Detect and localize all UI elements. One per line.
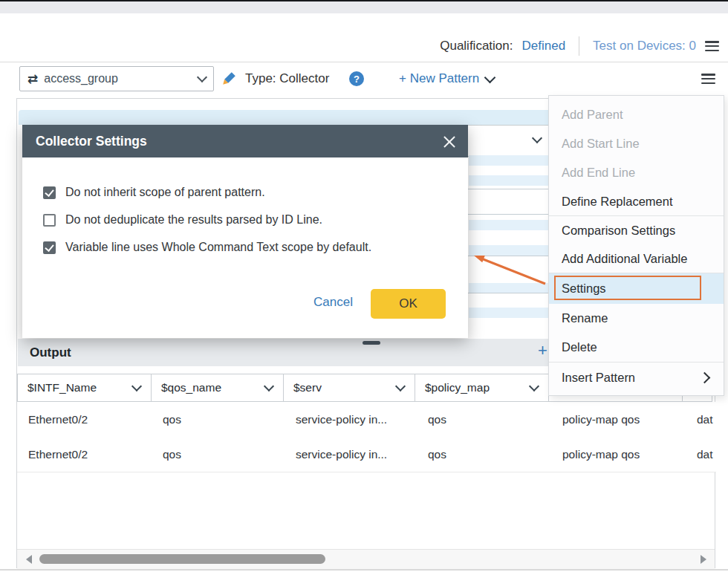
pattern-line-border xyxy=(461,293,550,293)
table-row[interactable]: Ethernet0/2 qos service-policy in... qos… xyxy=(17,437,716,472)
checkbox[interactable] xyxy=(43,241,56,254)
menu-item-add-start-line[interactable]: Add Start Line xyxy=(549,129,724,158)
column-filter-chevron[interactable] xyxy=(131,381,142,391)
pattern-select-dropdown[interactable]: ⇄ access_group xyxy=(19,66,214,91)
checkbox-label: Do not inherit scope of parent pattern. xyxy=(65,186,265,199)
pattern-icon: ⇄ xyxy=(27,73,38,85)
menu-item-delete[interactable]: Delete xyxy=(549,333,724,362)
column-filter-chevron[interactable] xyxy=(529,381,539,391)
header-separator xyxy=(579,36,579,56)
dialog-title: Collector Settings xyxy=(22,134,147,149)
edit-pencil-icon[interactable] xyxy=(221,70,238,86)
column-header[interactable]: $policy_map xyxy=(415,374,549,402)
resize-handle[interactable] xyxy=(363,341,380,345)
close-icon[interactable] xyxy=(443,135,456,148)
column-header[interactable]: $serv xyxy=(283,374,415,402)
background-dropdown[interactable] xyxy=(460,125,550,157)
checkbox-label: Do not deduplicate the results parsed by… xyxy=(65,213,322,227)
pattern-line-stripe xyxy=(469,220,552,230)
help-icon[interactable]: ? xyxy=(349,71,364,86)
column-header[interactable]: $INTF_Name xyxy=(17,374,152,402)
checkbox[interactable] xyxy=(43,186,56,199)
pattern-type-label: Type: Collector xyxy=(245,71,329,86)
chevron-down-icon xyxy=(197,72,207,82)
chevron-down-icon xyxy=(532,133,542,143)
settings-highlight-frame xyxy=(554,276,701,300)
ok-button[interactable]: OK xyxy=(371,289,446,319)
scroll-left-icon[interactable] xyxy=(26,555,32,564)
app-window: Qualification: Defined Test on Devices: … xyxy=(0,0,728,572)
menu-item-add-end-line[interactable]: Add End Line xyxy=(549,158,724,187)
checkbox-row: Do not deduplicate the results parsed by… xyxy=(43,213,322,227)
collector-settings-dialog: Collector Settings Do not inherit scope … xyxy=(22,125,468,338)
checkbox-label: Variable line uses Whole Command Text sc… xyxy=(65,241,371,254)
qualification-label: Qualification: xyxy=(440,39,513,53)
header-divider xyxy=(0,62,728,62)
chevron-down-icon xyxy=(484,71,496,83)
cancel-button[interactable]: Cancel xyxy=(313,295,353,310)
test-on-devices-link[interactable]: Test on Devices: 0 xyxy=(593,39,696,53)
pattern-select-value: access_group xyxy=(44,72,198,85)
qualification-defined-link[interactable]: Defined xyxy=(521,39,565,53)
checkbox-row: Do not inherit scope of parent pattern. xyxy=(43,186,265,199)
submenu-arrow-icon xyxy=(699,371,711,383)
new-pattern-button[interactable]: + New Pattern xyxy=(399,71,494,86)
menu-item-define-replacement[interactable]: Define Replacement xyxy=(549,187,724,215)
pattern-line-border xyxy=(461,214,550,215)
menu-item-insert-pattern[interactable]: Insert Pattern xyxy=(549,363,724,392)
header-actions: Qualification: Defined Test on Devices: … xyxy=(440,34,719,58)
pattern-line-border xyxy=(461,189,550,189)
checkbox-row: Variable line uses Whole Command Text sc… xyxy=(43,241,371,254)
scroll-right-icon[interactable] xyxy=(701,555,706,564)
new-pattern-label: + New Pattern xyxy=(399,71,479,86)
dialog-titlebar: Collector Settings xyxy=(22,125,468,157)
pattern-line-stripe xyxy=(469,175,552,186)
column-filter-chevron[interactable] xyxy=(395,381,406,391)
menu-item-comparison-settings[interactable]: Comparison Settings xyxy=(549,216,724,244)
menu-item-rename[interactable]: Rename xyxy=(549,304,724,333)
pattern-context-menu: Add Parent Add Start Line Add End Line D… xyxy=(548,95,724,396)
menu-item-settings[interactable]: Settings xyxy=(549,273,724,304)
add-output-button[interactable]: + xyxy=(538,341,547,360)
column-filter-chevron[interactable] xyxy=(264,381,274,391)
column-header[interactable]: $qos_name xyxy=(151,374,284,402)
pattern-line-stripe xyxy=(469,155,552,166)
pattern-menu-icon[interactable] xyxy=(701,74,715,84)
header-menu-icon[interactable] xyxy=(705,41,719,51)
callout-arrow xyxy=(471,250,548,287)
pattern-line-stripe xyxy=(469,308,552,318)
menu-item-add-additional-variable[interactable]: Add Additional Variable xyxy=(549,244,724,273)
output-title: Output xyxy=(30,345,71,360)
table-row[interactable]: Ethernet0/2 qos service-policy in... qos… xyxy=(17,402,716,438)
horizontal-scrollbar[interactable] xyxy=(17,549,715,569)
menu-item-add-parent[interactable]: Add Parent xyxy=(549,100,724,129)
window-title-strip xyxy=(0,1,728,13)
page-bottom-edge xyxy=(0,569,728,571)
checkbox[interactable] xyxy=(43,214,56,227)
scrollbar-thumb[interactable] xyxy=(39,554,325,564)
